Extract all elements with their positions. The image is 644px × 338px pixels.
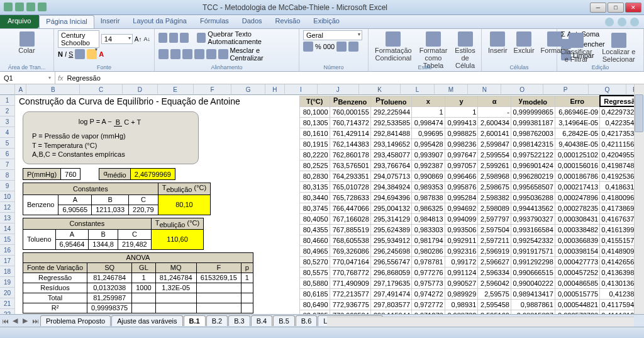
data-cell[interactable]: 0,993166584 xyxy=(511,224,555,235)
data-cell[interactable]: 295,624389 xyxy=(370,224,411,235)
undo-icon[interactable] xyxy=(26,3,35,11)
data-cell[interactable]: 0,984813 xyxy=(412,213,445,224)
sheet-tab[interactable]: B.6 xyxy=(296,315,318,326)
data-cell[interactable]: 0,000398154 xyxy=(555,245,599,256)
insert-cells-button[interactable]: Inserir xyxy=(486,30,510,55)
row-header[interactable]: 4 xyxy=(0,127,15,138)
data-cell[interactable]: 2,600141 xyxy=(478,128,511,138)
align-center-icon[interactable] xyxy=(170,49,180,59)
col-header[interactable]: J xyxy=(318,84,359,95)
data-header[interactable]: x xyxy=(412,96,445,106)
data-cell[interactable]: 766,447066 xyxy=(330,203,370,213)
row-header[interactable]: 20 xyxy=(0,288,15,298)
tab-home[interactable]: Página Inicial xyxy=(39,15,94,28)
help-icon[interactable] xyxy=(605,18,614,26)
data-cell[interactable]: 0,996280219 xyxy=(511,171,555,181)
col-header[interactable]: D xyxy=(123,84,157,95)
redo-icon[interactable] xyxy=(38,3,47,11)
data-cell[interactable]: 80,6795 xyxy=(300,310,330,314)
sheet-tab[interactable]: B.5 xyxy=(273,315,295,326)
data-cell[interactable]: 0,989929 xyxy=(445,288,478,299)
data-cell[interactable]: 0,997522122 xyxy=(511,149,555,160)
indent-dec-icon[interactable] xyxy=(194,49,204,59)
dec-decimal-icon[interactable] xyxy=(348,42,358,52)
data-cell[interactable]: 9,40438E-05 xyxy=(555,138,599,149)
data-cell[interactable]: 0,998825 xyxy=(445,128,478,138)
data-cell[interactable]: 761,429114 xyxy=(330,128,370,138)
data-cell[interactable]: 80,2830 xyxy=(300,171,330,181)
data-cell[interactable]: 772,936775 xyxy=(330,299,370,310)
data-cell[interactable]: 0,999381187 xyxy=(511,117,555,128)
data-cell[interactable]: 0,000515775 xyxy=(555,288,599,299)
data-cell[interactable]: 0,000308431 xyxy=(555,213,599,224)
horizontal-scrollbar[interactable] xyxy=(327,317,634,327)
data-cell[interactable]: 0,000573723 xyxy=(555,310,599,314)
col-header[interactable]: M xyxy=(435,84,468,95)
align-left-icon[interactable] xyxy=(158,49,169,59)
data-cell[interactable]: 0,99695 xyxy=(412,128,445,138)
data-cell[interactable]: 294,384924 xyxy=(370,181,411,192)
col-header[interactable]: L xyxy=(401,84,434,95)
data-cell[interactable]: 0,000125102 xyxy=(555,149,599,160)
row-header[interactable]: 13 xyxy=(0,213,15,223)
data-cell[interactable]: 0,998762003 xyxy=(511,128,555,138)
data-cell[interactable]: 765,010728 xyxy=(330,181,370,192)
data-cell[interactable]: 80,3135 xyxy=(300,181,330,192)
data-cell[interactable]: 80,4660 xyxy=(300,235,330,245)
data-cell[interactable]: 293,458077 xyxy=(370,149,411,160)
col-header[interactable]: G xyxy=(231,84,265,95)
data-cell[interactable]: 0,000486585 xyxy=(555,278,599,288)
data-cell[interactable]: 760,714372 xyxy=(330,117,370,128)
data-cell[interactable]: 0,000457252 xyxy=(555,267,599,278)
row-header[interactable]: 12 xyxy=(0,202,15,213)
data-cell[interactable]: 80,4355 xyxy=(300,224,330,235)
row-header[interactable]: 3 xyxy=(0,116,15,127)
data-cell[interactable]: 0,992542332 xyxy=(511,235,555,245)
data-cell[interactable]: 80,6185 xyxy=(300,288,330,299)
data-cell[interactable]: 0,999413 xyxy=(445,117,478,128)
data-cell[interactable]: 0,000366839 xyxy=(555,235,599,245)
row-header[interactable]: 21 xyxy=(0,298,15,309)
data-cell[interactable]: 0,971273 xyxy=(412,310,445,314)
data-cell[interactable]: 762,860178 xyxy=(330,149,370,160)
data-cell[interactable]: 763,576501 xyxy=(330,160,370,171)
data-cell[interactable]: - xyxy=(478,106,511,117)
data-cell[interactable]: 293,766764 xyxy=(370,160,411,171)
data-cell[interactable]: 0,994692 xyxy=(445,203,478,213)
data-cell[interactable]: 297,179635 xyxy=(370,278,411,288)
data-cell[interactable]: 2,595166 xyxy=(478,310,511,314)
merge-button[interactable]: Mesclar e Centralizar xyxy=(230,47,295,62)
data-cell[interactable]: 2,600434 xyxy=(478,117,511,128)
data-cell[interactable]: 297,803577 xyxy=(370,299,411,310)
underline-button[interactable]: S xyxy=(69,50,73,58)
data-cell[interactable]: 2,597211 xyxy=(478,235,511,245)
data-cell[interactable]: 0,994099 xyxy=(445,213,478,224)
row-header[interactable]: 7 xyxy=(0,159,15,170)
data-cell[interactable]: 296,556747 xyxy=(370,256,411,267)
data-cell[interactable]: 0,000247896 xyxy=(555,192,599,203)
data-cell[interactable]: 293,149652 xyxy=(370,138,411,149)
data-cell[interactable]: 0,989353 xyxy=(412,181,445,192)
row-header[interactable]: 2 xyxy=(0,106,15,116)
data-cell[interactable]: 6,2842E-05 xyxy=(555,128,599,138)
tab-view[interactable]: Exibição xyxy=(307,15,347,28)
data-cell[interactable]: 2,598382 xyxy=(478,192,511,203)
row-header[interactable]: 14 xyxy=(0,223,15,234)
currency-icon[interactable] xyxy=(303,42,313,52)
row-header[interactable]: 16 xyxy=(0,245,15,256)
data-cell[interactable]: 0,986325 xyxy=(412,203,445,213)
data-cell[interactable]: 0,995036288 xyxy=(511,192,555,203)
sheet-tab[interactable]: Problema Proposto xyxy=(40,315,111,326)
pressure-value[interactable]: 760 xyxy=(61,169,80,180)
col-header[interactable]: E xyxy=(158,84,194,95)
data-header[interactable]: α xyxy=(478,96,511,106)
data-cell[interactable]: 767,166028 xyxy=(330,213,370,224)
data-cell[interactable]: 0,981794 xyxy=(412,235,445,245)
data-cell[interactable]: 2,598089 xyxy=(478,203,511,213)
maximize-button[interactable]: □ xyxy=(608,3,624,13)
col-header[interactable]: F xyxy=(194,84,232,95)
data-cell[interactable]: 80,1000 xyxy=(300,106,330,117)
data-cell[interactable]: 1 xyxy=(412,106,445,117)
font-color-icon[interactable]: A xyxy=(99,50,104,58)
font-name-dropdown[interactable]: Century Schoolbo xyxy=(58,30,99,48)
